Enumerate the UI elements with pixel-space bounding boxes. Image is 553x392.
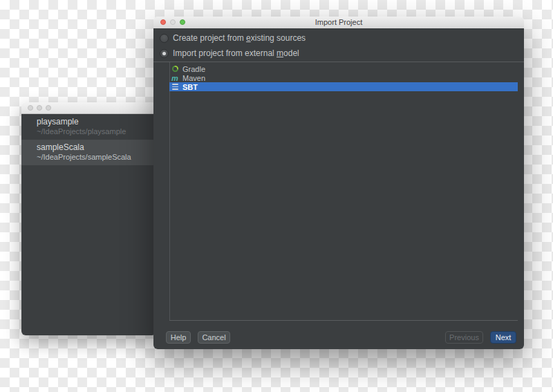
minimize-icon[interactable] <box>37 105 42 111</box>
dialog-body: Create project from existing sources Imp… <box>153 28 524 349</box>
project-path: ~/IdeaProjects/sampleScala <box>37 153 151 162</box>
radio-import-from-external-model[interactable]: Import project from external model <box>160 48 299 59</box>
sbt-icon <box>171 83 179 91</box>
maven-icon: m <box>171 74 179 82</box>
dialog-title: Import Project <box>153 17 524 28</box>
desktop-transparency-background: playsample ~/IdeaProjects/playsample sam… <box>0 0 553 392</box>
radio-selected-icon[interactable] <box>160 49 169 58</box>
welcome-titlebar[interactable] <box>21 102 156 114</box>
list-panel-border <box>169 62 170 320</box>
zoom-icon[interactable] <box>46 105 51 111</box>
list-item-gradle[interactable]: Gradle <box>169 64 518 73</box>
list-item-label: Gradle <box>182 65 205 73</box>
list-item-sbt[interactable]: SBT <box>169 82 518 91</box>
dialog-titlebar[interactable]: Import Project <box>153 17 524 28</box>
close-icon[interactable] <box>28 105 33 111</box>
radio-unselected-icon[interactable] <box>160 34 169 43</box>
previous-button[interactable]: Previous <box>445 331 483 344</box>
recent-project-item-selected[interactable]: sampleScala ~/IdeaProjects/sampleScala <box>21 140 156 165</box>
radio-create-from-existing-sources[interactable]: Create project from existing sources <box>160 32 306 44</box>
separator <box>153 62 524 62</box>
list-item-label: SBT <box>182 83 198 91</box>
recent-projects-list: playsample ~/IdeaProjects/playsample sam… <box>21 114 156 335</box>
radio-label: Import project from external model <box>173 48 299 58</box>
separator <box>169 320 518 321</box>
next-button[interactable]: Next <box>490 331 516 344</box>
import-project-dialog: Import Project Create project from exist… <box>153 17 524 349</box>
project-name: playsample <box>37 116 151 127</box>
help-button[interactable]: Help <box>166 331 191 344</box>
cancel-button[interactable]: Cancel <box>198 331 230 344</box>
gradle-icon <box>171 65 179 73</box>
project-name: sampleScala <box>37 142 151 153</box>
project-path: ~/IdeaProjects/playsample <box>37 127 151 136</box>
list-item-maven[interactable]: m Maven <box>169 73 518 82</box>
welcome-window: playsample ~/IdeaProjects/playsample sam… <box>21 102 156 335</box>
list-item-label: Maven <box>182 74 205 82</box>
radio-label: Create project from existing sources <box>173 33 306 43</box>
recent-project-item[interactable]: playsample ~/IdeaProjects/playsample <box>21 114 156 140</box>
